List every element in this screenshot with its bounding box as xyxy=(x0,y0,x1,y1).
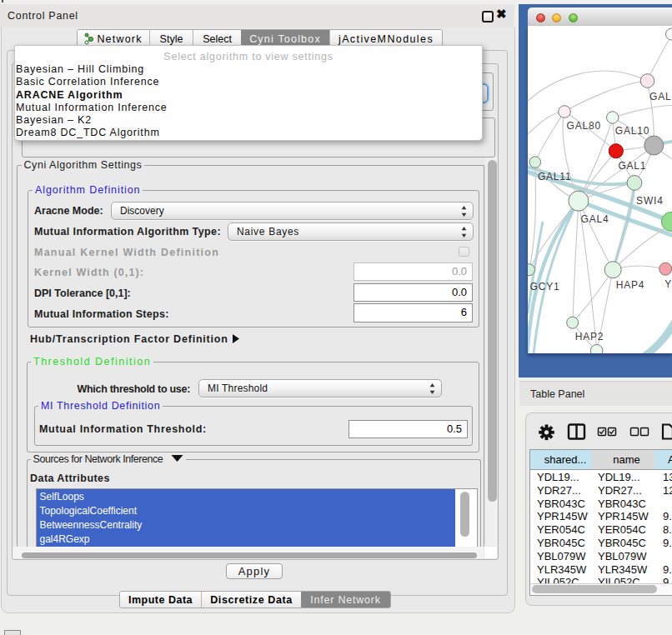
svg-text:GAL11: GAL11 xyxy=(538,171,571,182)
svg-text:GCY1: GCY1 xyxy=(530,281,560,292)
svg-text:GAL1: GAL1 xyxy=(618,160,646,172)
svg-text:Y: Y xyxy=(664,278,672,290)
svg-text:GAL80: GAL80 xyxy=(567,120,601,132)
svg-text:HAP2: HAP2 xyxy=(575,331,604,342)
svg-text:HAP4: HAP4 xyxy=(616,279,645,291)
svg-text:GAL7: GAL7 xyxy=(649,91,672,102)
svg-text:GAL4: GAL4 xyxy=(581,213,609,225)
svg-text:SWI4: SWI4 xyxy=(636,195,664,207)
svg-text:GAL10: GAL10 xyxy=(615,125,649,137)
